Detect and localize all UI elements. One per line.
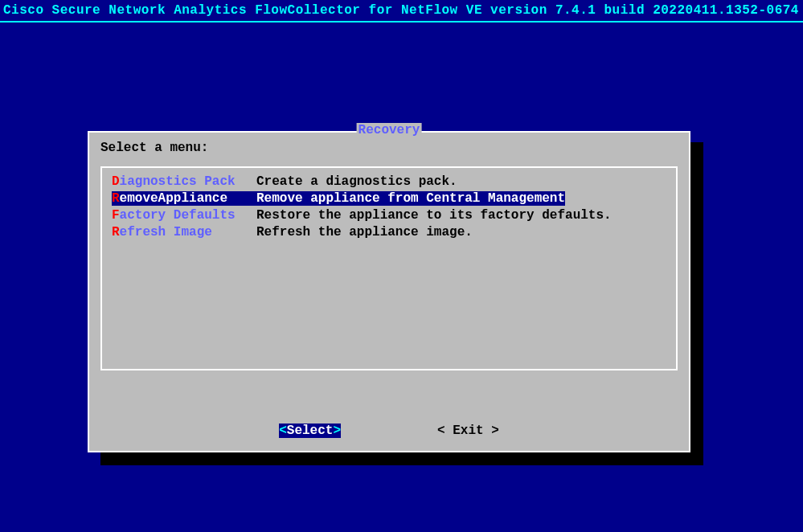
- menu-desc: Remove appliance from Central Management: [256, 191, 565, 206]
- menu-item-remove-appliance[interactable]: RemoveAppliance Remove appliance from Ce…: [112, 190, 666, 207]
- exit-button[interactable]: < Exit >: [437, 424, 499, 438]
- menu-item-diagnostics-pack[interactable]: Diagnostics Pack Create a diagnostics pa…: [112, 173, 666, 190]
- dialog-title: Recovery: [357, 123, 422, 137]
- menu-label: RemoveAppliance: [112, 191, 256, 206]
- console-title: Cisco Secure Network Analytics FlowColle…: [0, 0, 803, 23]
- menu-label: Factory Defaults: [112, 208, 256, 223]
- menu-desc: Create a diagnostics pack.: [256, 174, 457, 189]
- menu-label: Refresh Image: [112, 225, 256, 239]
- dialog-prompt: Select a menu:: [100, 141, 208, 155]
- menu-desc: Restore the appliance to its factory def…: [256, 208, 612, 223]
- menu-item-refresh-image[interactable]: Refresh Image Refresh the appliance imag…: [112, 223, 666, 240]
- menu-item-factory-defaults[interactable]: Factory Defaults Restore the appliance t…: [112, 207, 666, 223]
- menu-box: Diagnostics Pack Create a diagnostics pa…: [100, 166, 678, 370]
- menu-label: Diagnostics Pack: [112, 174, 256, 189]
- menu-desc: Refresh the appliance image.: [256, 225, 473, 239]
- select-button[interactable]: <Select>: [279, 424, 341, 438]
- button-row: <Select> < Exit >: [89, 424, 689, 438]
- recovery-dialog: Recovery Select a menu: Diagnostics Pack…: [88, 131, 690, 452]
